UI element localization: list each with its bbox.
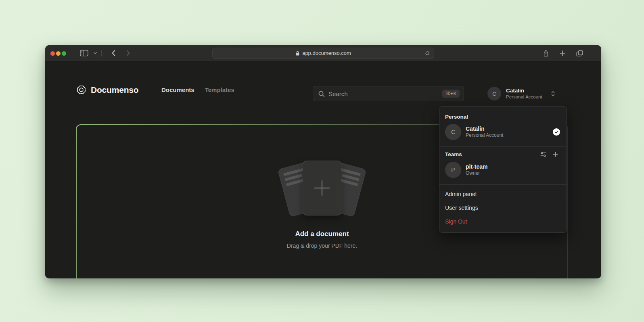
document-stack-illustration	[278, 161, 366, 221]
manage-teams-button[interactable]	[540, 151, 547, 158]
menu-item-sign-out[interactable]: Sign Out	[439, 215, 567, 228]
window-controls	[50, 45, 66, 61]
menu-item-team-pit-team[interactable]: P pit-team Owner	[439, 161, 567, 184]
forward-icon	[126, 50, 130, 56]
chrome-divider	[101, 50, 102, 56]
close-button[interactable]	[50, 51, 55, 56]
create-team-button[interactable]	[552, 151, 558, 157]
chevrons-up-down-icon	[550, 90, 556, 97]
search-bar[interactable]: ⌘+K	[313, 86, 464, 101]
minimize-button[interactable]	[56, 51, 61, 56]
account-dropdown-menu: Personal C Catalin Personal Account Team…	[439, 106, 567, 233]
app-content: Documenso Documents Templates ⌘+K C Cata…	[45, 61, 601, 278]
browser-chrome: app.documenso.com	[45, 45, 601, 61]
document-card-center	[303, 161, 341, 215]
address-bar[interactable]: app.documenso.com	[212, 48, 434, 59]
forward-button[interactable]	[125, 49, 131, 57]
menu-item-user-settings[interactable]: User settings	[439, 201, 567, 215]
dropzone-subtitle: Drag & drop your PDF here.	[287, 243, 357, 249]
personal-subtitle: Personal Account	[466, 132, 548, 138]
account-name: Catalin	[506, 88, 542, 94]
account-avatar: C	[487, 87, 501, 100]
tab-overview-button[interactable]	[575, 49, 584, 58]
selected-check-icon	[553, 128, 560, 136]
share-button[interactable]	[542, 48, 550, 58]
brand[interactable]: Documenso	[76, 84, 138, 95]
back-button[interactable]	[111, 49, 117, 57]
team-avatar: P	[445, 162, 461, 178]
back-icon	[111, 50, 116, 56]
sidebar-chevron-button[interactable]	[92, 51, 98, 55]
new-tab-button[interactable]	[558, 49, 567, 57]
browser-window: app.documenso.com	[45, 45, 601, 278]
search-input[interactable]	[328, 90, 439, 97]
menu-item-admin-panel[interactable]: Admin panel	[439, 187, 567, 201]
personal-name: Catalin	[466, 125, 548, 132]
brand-name: Documenso	[91, 85, 138, 95]
search-icon	[318, 90, 325, 97]
url-text: app.documenso.com	[302, 50, 351, 56]
lock-icon	[295, 50, 300, 56]
documenso-logo-icon	[76, 84, 87, 95]
nav-documents[interactable]: Documents	[161, 86, 194, 93]
account-subtitle: Personal Account	[506, 94, 542, 100]
plus-icon	[559, 50, 566, 56]
sidebar-icon	[80, 50, 88, 56]
sidebar-toggle-button[interactable]	[79, 49, 89, 57]
team-name: pit-team	[466, 163, 561, 170]
reload-button[interactable]	[424, 50, 430, 56]
account-menu-trigger[interactable]: C Catalin Personal Account	[487, 87, 556, 100]
teams-label-text: Teams	[445, 151, 462, 157]
menu-item-personal-account[interactable]: C Catalin Personal Account	[439, 123, 567, 146]
chevron-down-icon	[93, 52, 97, 54]
personal-section-label: Personal	[439, 110, 567, 123]
tabs-icon	[576, 50, 583, 57]
main-nav: Documents Templates	[161, 86, 234, 93]
personal-avatar: C	[445, 124, 461, 140]
zoom-button[interactable]	[62, 51, 66, 56]
nav-templates[interactable]: Templates	[205, 86, 234, 93]
teams-section-label: Teams	[439, 147, 567, 161]
add-plus-icon	[313, 179, 331, 197]
search-shortcut-badge: ⌘+K	[442, 90, 460, 98]
dropzone-title: Add a document	[295, 230, 349, 238]
share-icon	[543, 49, 549, 57]
team-role: Owner	[466, 170, 561, 176]
